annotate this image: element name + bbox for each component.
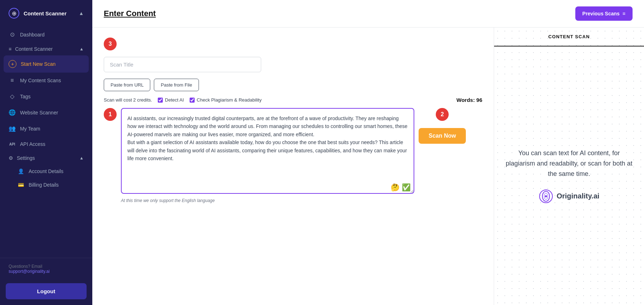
emoji-icon-1: 🤔: [391, 183, 400, 192]
sidebar-logo-text: Content Scanner: [24, 10, 67, 16]
support-email-link[interactable]: support@originality.ai: [9, 269, 50, 274]
dashboard-icon: ⊙: [9, 31, 16, 38]
step3-badge: 3: [104, 38, 117, 50]
credits-info: Scan will cost 2 credits.: [104, 97, 152, 103]
sidebar-item-my-content-scans[interactable]: ≡ My Content Scans: [0, 73, 92, 88]
scan-now-button[interactable]: Scan Now: [419, 128, 466, 144]
detect-ai-checkbox[interactable]: [158, 98, 163, 103]
team-icon: 👥: [9, 125, 16, 132]
previous-scans-label: Previous Scans: [582, 11, 620, 16]
plagiarism-checkbox-label[interactable]: Check Plagiarism & Readability: [190, 97, 262, 103]
textarea-icons: 🤔 ✅: [391, 183, 411, 192]
sidebar-section-content-scanner[interactable]: ≡ Content Scanner ▲: [0, 43, 92, 55]
right-panel-description: You can scan text for AI content, for pl…: [506, 148, 633, 179]
step1-badge: 1: [104, 108, 117, 121]
main-header: Enter Content Previous Scans ≡: [92, 0, 644, 28]
sidebar-item-start-new-scan[interactable]: + Start New Scan: [4, 55, 89, 73]
sidebar-item-billing-details[interactable]: 💳 Billing Details: [0, 178, 92, 192]
arrow-icon: ▲: [79, 46, 84, 51]
settings-arrow-icon: ▲: [79, 156, 84, 161]
footer-text: Questions? Email: [9, 264, 42, 269]
globe-icon: 🌐: [9, 109, 16, 116]
tag-icon: ◇: [9, 93, 16, 100]
plus-circle-icon: +: [9, 60, 16, 68]
right-panel: CONTENT SCAN You can scan text for AI co…: [494, 28, 644, 305]
sidebar-logo: ⊕ Content Scanner ▲: [0, 0, 92, 26]
originality-logo-text: Originality.ai: [557, 192, 600, 200]
plagiarism-checkbox[interactable]: [190, 98, 195, 103]
sidebar-item-account-details[interactable]: 👤 Account Details: [0, 164, 92, 178]
textarea-container: AI assistants, our increasingly trusted …: [121, 108, 414, 203]
originality-logo-icon: [539, 189, 553, 203]
settings-icon: ⚙: [9, 155, 13, 161]
emoji-icon-2: ✅: [402, 183, 411, 192]
sidebar-collapse-icon[interactable]: ▲: [79, 10, 84, 16]
logo-icon: ⊕: [9, 8, 19, 19]
main-content: Enter Content Previous Scans ≡ 3 Paste f…: [92, 0, 644, 305]
language-note: At this time we only support the English…: [121, 198, 414, 203]
textarea-wrapper: AI assistants, our increasingly trusted …: [121, 108, 414, 195]
list-icon: ≡: [9, 77, 16, 84]
right-panel-body: You can scan text for AI content, for pl…: [494, 46, 644, 305]
detect-ai-label: Detect AI: [165, 97, 184, 103]
scan-title-input[interactable]: [104, 57, 261, 72]
sidebar-item-my-team[interactable]: 👥 My Team: [0, 120, 92, 137]
sidebar-item-label: Account Details: [29, 168, 63, 174]
textarea-row: 1 AI assistants, our increasingly truste…: [104, 108, 482, 203]
sidebar-item-label: Dashboard: [20, 32, 45, 38]
import-buttons-row: Paste from URL Paste from File: [104, 79, 482, 91]
detect-ai-checkbox-label[interactable]: Detect AI: [158, 97, 184, 103]
options-row: Scan will cost 2 credits. Detect AI Chec…: [104, 97, 482, 103]
options-left: Scan will cost 2 credits. Detect AI Chec…: [104, 97, 262, 103]
step3-row: 3: [104, 38, 482, 55]
sidebar-section-label: Settings: [17, 155, 35, 161]
sidebar-item-label: Tags: [20, 94, 31, 99]
words-count: Words: 96: [457, 97, 482, 103]
plagiarism-label: Check Plagiarism & Readability: [197, 97, 262, 103]
scan-action-area: 2 Scan Now: [419, 108, 466, 144]
api-icon: API: [9, 142, 16, 146]
sidebar-item-label: Start New Scan: [21, 61, 55, 67]
svg-point-3: [545, 195, 547, 197]
tab-content-scan[interactable]: CONTENT SCAN: [494, 28, 644, 46]
right-panel-tabs: CONTENT SCAN: [494, 28, 644, 46]
previous-scans-icon: ≡: [623, 11, 625, 16]
account-icon: 👤: [17, 168, 24, 174]
main-body: 3 Paste from URL Paste from File Scan wi…: [92, 28, 644, 305]
logout-button[interactable]: Logout: [6, 283, 87, 299]
sidebar-section-label: Content Scanner: [15, 46, 53, 52]
step2-badge: 2: [436, 108, 449, 121]
content-textarea[interactable]: AI assistants, our increasingly trusted …: [121, 108, 414, 194]
paste-from-file-button[interactable]: Paste from File: [154, 79, 199, 91]
page-title: Enter Content: [104, 9, 156, 18]
sidebar-footer: Questions? Email support@originality.ai: [0, 258, 92, 280]
paste-from-url-button[interactable]: Paste from URL: [104, 79, 150, 91]
sidebar-item-dashboard[interactable]: ⊙ Dashboard: [0, 26, 92, 43]
sidebar-item-tags[interactable]: ◇ Tags: [0, 88, 92, 104]
content-area: 3 Paste from URL Paste from File Scan wi…: [92, 28, 494, 305]
sidebar-item-website-scanner[interactable]: 🌐 Website Scanner: [0, 104, 92, 120]
billing-icon: 💳: [17, 182, 24, 188]
sidebar: ⊕ Content Scanner ▲ ⊙ Dashboard ≡ Conten…: [0, 0, 92, 305]
originality-logo: Originality.ai: [539, 189, 600, 203]
sidebar-item-label: API Access: [20, 141, 45, 147]
sidebar-item-label: My Team: [20, 126, 40, 132]
sidebar-item-api-access[interactable]: API API Access: [0, 137, 92, 152]
content-scanner-icon: ≡: [9, 46, 11, 52]
sidebar-section-settings[interactable]: ⚙ Settings ▲: [0, 152, 92, 164]
sidebar-item-label: Website Scanner: [20, 110, 58, 115]
sidebar-item-label: My Content Scans: [20, 78, 61, 83]
sidebar-item-label: Billing Details: [29, 182, 59, 188]
previous-scans-button[interactable]: Previous Scans ≡: [575, 6, 633, 21]
